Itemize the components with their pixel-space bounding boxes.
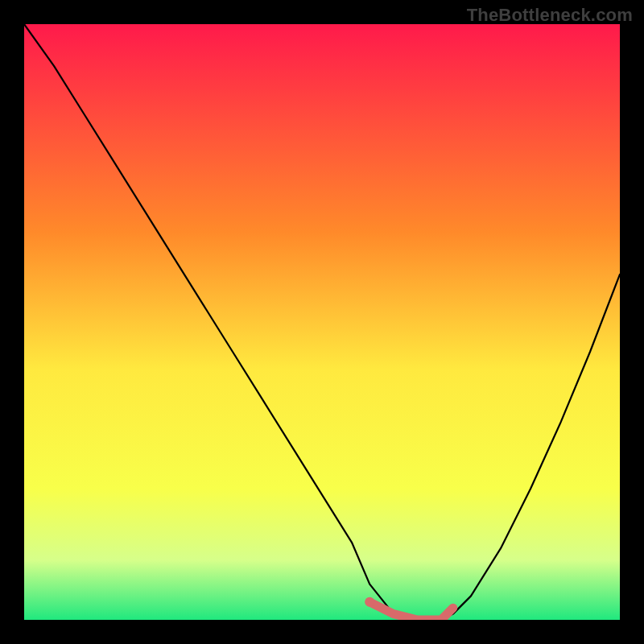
gradient-background	[24, 24, 620, 620]
optimal-start-dot	[365, 597, 374, 607]
chart-container	[24, 24, 620, 620]
watermark-label: TheBottleneck.com	[467, 5, 633, 26]
bottleneck-chart	[24, 24, 620, 620]
